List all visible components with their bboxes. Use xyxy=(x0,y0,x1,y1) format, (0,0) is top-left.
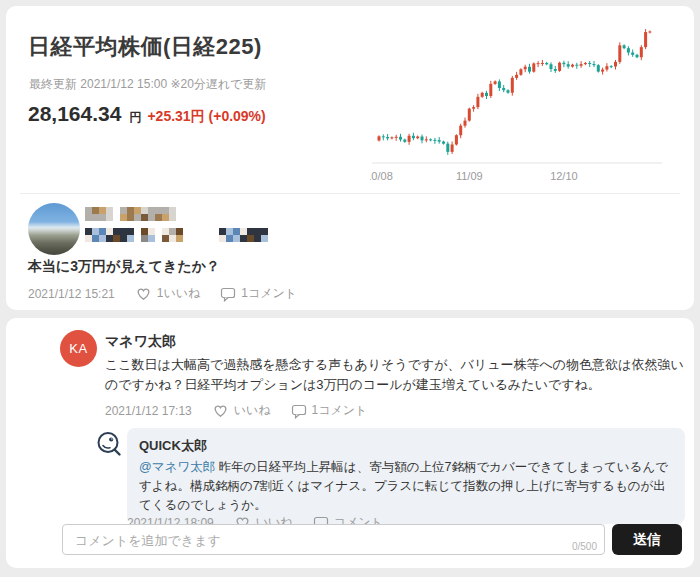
comment-count-label: 1コメント xyxy=(241,285,297,302)
avatar xyxy=(28,203,80,255)
nikkei-quote-page: 日経平均株価(日経225) 最終更新 2021/1/12 15:00 ※20分遅… xyxy=(0,0,700,577)
speech-bubble-icon xyxy=(291,403,307,419)
divider xyxy=(20,193,680,194)
comment-timestamp: 2021/1/12 15:21 xyxy=(28,287,115,301)
like-count-label: 1いいね xyxy=(157,285,201,302)
currency-label: 円 xyxy=(129,109,141,126)
mention-link[interactable]: @マネワ太郎 xyxy=(139,460,215,474)
candlestick-chart: 10/0811/0912/10 xyxy=(370,20,682,188)
reply-bubble: QUICK太郎 @マネワ太郎 昨年の日経平均上昇幅は、寄与額の上位7銘柄でカバー… xyxy=(127,428,685,524)
masked-username-line2 xyxy=(85,228,268,242)
like-button[interactable]: 1いいね xyxy=(135,285,201,302)
price-change: +25.31円 (+0.09%) xyxy=(147,108,265,126)
current-price: 28,164.34 xyxy=(28,102,121,126)
heart-icon xyxy=(135,285,152,302)
x-tick-label: 12/10 xyxy=(550,170,578,182)
comment-thread-card: KA マネワ太郎 ここ数日は大幅高で過熱感を懸念する声もありそうですが、バリュー… xyxy=(6,318,694,568)
x-tick-label: 10/08 xyxy=(370,170,393,182)
page-title: 日経平均株価(日経225) xyxy=(28,32,262,62)
reply-text: @マネワ太郎 昨年の日経平均上昇幅は、寄与額の上位7銘柄でカバーできてしまってい… xyxy=(139,458,673,515)
like-button[interactable]: いいね xyxy=(212,402,271,419)
price-row: 28,164.34 円 +25.31円 (+0.09%) xyxy=(28,102,266,126)
comment-timestamp: 2021/1/12 17:13 xyxy=(105,404,192,418)
like-label: いいね xyxy=(234,402,271,419)
comment-count-label: 1コメント xyxy=(312,402,368,419)
comment-meta: 2021/1/12 15:21 1いいね 1コメント xyxy=(28,285,297,302)
comment-input-wrap: 0/500 xyxy=(62,524,605,555)
speech-bubble-icon xyxy=(220,286,236,302)
reply-author-name: QUICK太郎 xyxy=(139,437,673,455)
heart-icon xyxy=(212,402,229,419)
quick-mascot-avatar xyxy=(95,430,123,458)
quote-card: 日経平均株価(日経225) 最終更新 2021/1/12 15:00 ※20分遅… xyxy=(6,6,694,310)
comment-text: ここ数日は大幅高で過熱感を懸念する声もありそうですが、バリュー株等への物色意欲は… xyxy=(105,355,687,395)
send-button[interactable]: 送信 xyxy=(612,524,682,555)
comment-meta: 2021/1/12 17:13 いいね 1コメント xyxy=(105,402,367,419)
reply-body-text: 昨年の日経平均上昇幅は、寄与額の上位7銘柄でカバーできてしまっているんですよね。… xyxy=(139,460,668,512)
comment-button[interactable]: 1コメント xyxy=(291,402,368,419)
comment-input[interactable] xyxy=(73,526,557,555)
x-tick-label: 11/09 xyxy=(456,170,483,182)
commenter-name: マネワ太郎 xyxy=(105,333,176,351)
comment-text: 本当に3万円が見えてきたか？ xyxy=(28,258,220,276)
last-updated-text: 最終更新 2021/1/12 15:00 ※20分遅れで更新 xyxy=(29,76,266,93)
avatar-initials: KA xyxy=(60,330,97,367)
comment-button[interactable]: 1コメント xyxy=(220,285,297,302)
masked-username xyxy=(85,207,176,221)
char-counter: 0/500 xyxy=(572,541,597,552)
